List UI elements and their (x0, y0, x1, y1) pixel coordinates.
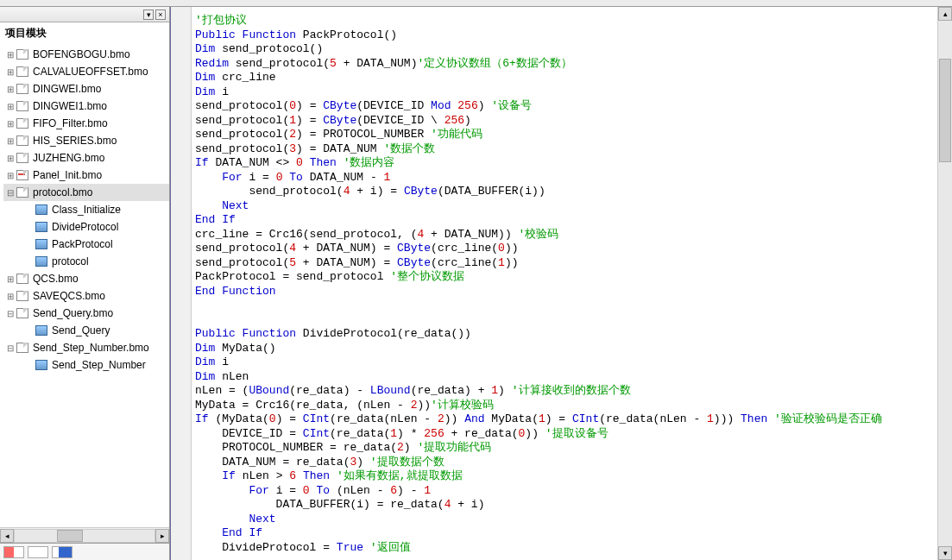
tree-file-item[interactable]: ⊞Panel_Init.bmo (3, 167, 169, 184)
tree-item-label: protocol (50, 255, 89, 267)
bottom-tab-3[interactable] (52, 546, 73, 558)
document-icon (16, 83, 29, 95)
hscroll-thumb[interactable] (57, 530, 83, 542)
tree-file-item[interactable]: ⊞BOFENGBOGU.bmo (3, 46, 169, 63)
tree-expand-icon[interactable]: ⊞ (5, 85, 16, 94)
tree-member-item[interactable]: Send_Query (3, 322, 169, 339)
code-area[interactable]: '打包协议 Public Function PackProtocol() Dim… (192, 7, 937, 560)
tree-item-label: Send_Query.bmo (31, 307, 113, 319)
bottom-tab-2[interactable] (28, 546, 48, 558)
tree-member-item[interactable]: protocol (3, 253, 169, 270)
tree-item-label: CALVALUEOFFSET.bmo (31, 66, 148, 78)
tree-item-label: PackProtocol (50, 238, 113, 250)
document-icon (16, 66, 29, 78)
tree-item-label: SAVEQCS.bmo (31, 290, 105, 302)
tree-file-item[interactable]: ⊞JUZHENG.bmo (3, 149, 169, 167)
tree-expand-icon[interactable]: ⊟ (5, 188, 16, 198)
code-content[interactable]: '打包协议 Public Function PackProtocol() Dim… (192, 7, 937, 560)
tree-expand-icon[interactable]: ⊞ (5, 171, 16, 180)
sidebar: ▾ × 项目模块 ⊞BOFENGBOGU.bmo⊞CALVALUEOFFSET.… (0, 7, 170, 560)
vscroll-down-button[interactable]: ▾ (938, 546, 952, 560)
tree-file-item[interactable]: ⊞DINGWEI.bmo (3, 80, 169, 98)
tree-member-item[interactable]: Class_Initialize (3, 201, 169, 218)
module-icon (35, 221, 48, 233)
tree-expand-icon[interactable]: ⊞ (5, 154, 16, 163)
tree-file-item[interactable]: ⊞QCS.bmo (3, 270, 169, 287)
document-icon (16, 117, 29, 129)
module-icon (35, 359, 48, 371)
tree-file-item[interactable]: ⊟Send_Query.bmo (3, 305, 169, 322)
document-icon (16, 290, 29, 302)
tree-file-item[interactable]: ⊟Send_Step_Number.bmo (3, 339, 169, 356)
tree-item-label: FIFO_Filter.bmo (31, 117, 108, 129)
tree-member-item[interactable]: Send_Step_Number (3, 356, 169, 374)
top-toolbar (0, 0, 952, 7)
editor-gutter (171, 7, 192, 560)
tree-member-item[interactable]: PackProtocol (3, 236, 169, 253)
tree-file-item[interactable]: ⊞HIS_SERIES.bmo (3, 132, 169, 149)
module-icon (35, 324, 48, 337)
document-icon (16, 48, 29, 60)
tree-expand-icon[interactable]: ⊞ (5, 119, 16, 129)
tree-file-item[interactable]: ⊞FIFO_Filter.bmo (3, 115, 169, 132)
tree-item-label: Send_Step_Number.bmo (31, 342, 149, 354)
tree-expand-icon[interactable]: ⊞ (5, 292, 16, 301)
module-icon (35, 204, 48, 216)
tree-expand-icon[interactable]: ⊟ (5, 343, 16, 353)
hscroll-left-button[interactable]: ◂ (0, 529, 14, 543)
sidebar-bottom-tabs (0, 543, 169, 560)
sidebar-hscroll[interactable]: ◂ ▸ (0, 527, 169, 543)
tree-item-label: Class_Initialize (50, 204, 121, 216)
module-icon (35, 255, 48, 267)
tree-expand-icon[interactable]: ⊞ (5, 136, 16, 146)
tree-file-item[interactable]: ⊞DINGWEI1.bmo (3, 98, 169, 115)
document-icon (16, 152, 29, 164)
hscroll-track[interactable] (14, 529, 155, 543)
tree-expand-icon[interactable]: ⊟ (5, 309, 16, 318)
panel-close-button[interactable]: × (155, 9, 166, 20)
document-icon (16, 307, 29, 319)
tree-item-label: BOFENGBOGU.bmo (31, 48, 130, 60)
document-icon (16, 100, 29, 112)
panel-pin-button[interactable]: ▾ (143, 9, 154, 20)
project-tree[interactable]: ⊞BOFENGBOGU.bmo⊞CALVALUEOFFSET.bmo⊞DINGW… (0, 44, 169, 527)
tree-item-label: protocol.bmo (31, 186, 92, 198)
tree-item-label: JUZHENG.bmo (31, 152, 104, 164)
tree-file-item[interactable]: ⊞SAVEQCS.bmo (3, 287, 169, 305)
document-icon (16, 342, 29, 354)
panel-header: ▾ × (0, 7, 169, 22)
document-icon (16, 186, 29, 198)
tree-item-label: QCS.bmo (31, 273, 79, 285)
tree-item-label: Panel_Init.bmo (31, 169, 102, 181)
tree-item-label: DINGWEI1.bmo (31, 100, 107, 112)
vscroll-thumb[interactable] (939, 59, 951, 162)
tree-expand-icon[interactable]: ⊞ (5, 274, 16, 284)
tree-item-label: DivideProtocol (50, 221, 118, 233)
tree-member-item[interactable]: DivideProtocol (3, 218, 169, 236)
vscroll-up-button[interactable]: ▴ (938, 7, 952, 21)
document-icon (16, 169, 29, 181)
tree-expand-icon[interactable]: ⊞ (5, 67, 16, 77)
tree-item-label: Send_Query (50, 324, 110, 337)
tree-file-item[interactable]: ⊞CALVALUEOFFSET.bmo (3, 63, 169, 80)
tree-expand-icon[interactable]: ⊞ (5, 102, 16, 111)
panel-title: 项目模块 (0, 22, 169, 44)
module-icon (35, 238, 48, 250)
tree-item-label: DINGWEI.bmo (31, 83, 101, 95)
tree-expand-icon[interactable]: ⊞ (5, 50, 16, 60)
editor-vscroll[interactable]: ▴ ▾ (937, 7, 952, 560)
tree-file-item[interactable]: ⊟protocol.bmo (3, 184, 169, 201)
tree-item-label: HIS_SERIES.bmo (31, 135, 117, 147)
bottom-tab-1[interactable] (3, 546, 24, 558)
document-icon (16, 135, 29, 147)
hscroll-right-button[interactable]: ▸ (155, 529, 169, 543)
document-icon (16, 273, 29, 285)
code-editor: '打包协议 Public Function PackProtocol() Dim… (170, 7, 952, 560)
tree-item-label: Send_Step_Number (50, 359, 146, 371)
